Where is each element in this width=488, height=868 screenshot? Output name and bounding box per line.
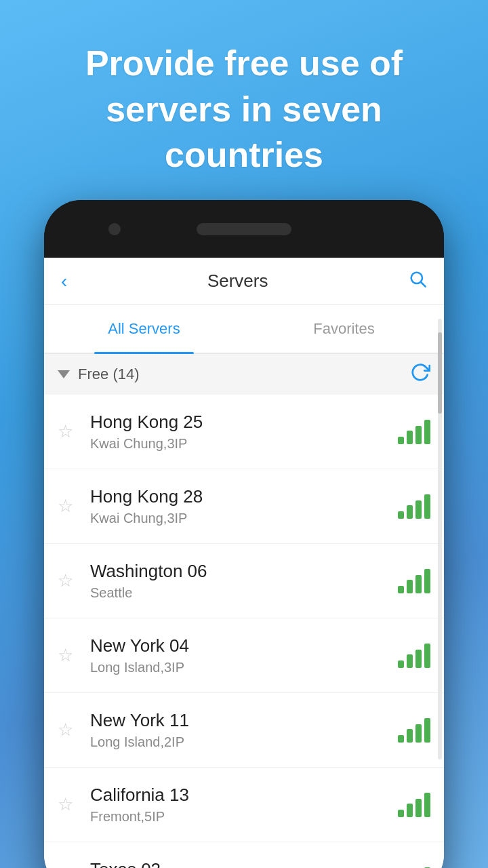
server-detail: Kwai Chung,3IP bbox=[90, 436, 386, 452]
list-item[interactable]: ☆ Hong Kong 25 Kwai Chung,3IP bbox=[44, 395, 444, 469]
list-item[interactable]: ☆ New York 11 Long Island,2IP bbox=[44, 693, 444, 768]
phone-camera bbox=[108, 223, 121, 235]
server-name: Hong Kong 28 bbox=[90, 486, 386, 507]
hero-heading: Provide free use of servers in seven cou… bbox=[0, 41, 488, 178]
server-name: Texas 02 bbox=[90, 859, 386, 868]
star-icon[interactable]: ☆ bbox=[58, 570, 78, 591]
server-detail: Long Island,2IP bbox=[90, 734, 386, 750]
phone-screen: ‹ Servers All Servers Favorites bbox=[44, 258, 444, 868]
server-name: California 13 bbox=[90, 785, 386, 806]
phone-speaker bbox=[197, 223, 291, 235]
chevron-down-icon[interactable] bbox=[58, 370, 70, 378]
section-title-row: Free (14) bbox=[58, 366, 140, 383]
svg-line-1 bbox=[421, 282, 425, 286]
server-info: California 13 Fremont,5IP bbox=[90, 785, 386, 825]
page-title: Servers bbox=[207, 271, 268, 292]
server-name: New York 11 bbox=[90, 710, 386, 731]
scrollbar-thumb[interactable] bbox=[438, 332, 442, 414]
star-icon[interactable]: ☆ bbox=[58, 645, 78, 666]
server-detail: Fremont,5IP bbox=[90, 809, 386, 825]
list-item[interactable]: ☆ Hong Kong 28 Kwai Chung,3IP bbox=[44, 469, 444, 544]
server-detail: Seattle bbox=[90, 585, 386, 601]
star-icon[interactable]: ☆ bbox=[58, 719, 78, 741]
app-header: ‹ Servers bbox=[44, 258, 444, 305]
signal-icon bbox=[398, 494, 430, 519]
tab-all-servers[interactable]: All Servers bbox=[44, 305, 244, 353]
tab-bar: All Servers Favorites bbox=[44, 305, 444, 354]
signal-icon bbox=[398, 793, 430, 817]
star-icon[interactable]: ☆ bbox=[58, 421, 78, 442]
section-header: Free (14) bbox=[44, 354, 444, 395]
list-item[interactable]: ☆ New York 04 Long Island,3IP bbox=[44, 618, 444, 693]
server-info: New York 11 Long Island,2IP bbox=[90, 710, 386, 750]
tab-favorites[interactable]: Favorites bbox=[244, 305, 444, 353]
signal-icon bbox=[398, 569, 430, 593]
server-name: Washington 06 bbox=[90, 561, 386, 582]
phone-top-bar bbox=[44, 200, 444, 258]
list-item[interactable]: ☆ California 13 Fremont,5IP bbox=[44, 768, 444, 842]
list-item[interactable]: ☆ Washington 06 Seattle bbox=[44, 544, 444, 618]
server-detail: Long Island,3IP bbox=[90, 660, 386, 675]
server-info: Hong Kong 28 Kwai Chung,3IP bbox=[90, 486, 386, 526]
server-detail: Kwai Chung,3IP bbox=[90, 511, 386, 526]
refresh-button[interactable] bbox=[410, 362, 430, 387]
search-button[interactable] bbox=[408, 269, 427, 293]
server-info: New York 04 Long Island,3IP bbox=[90, 635, 386, 675]
server-info: Washington 06 Seattle bbox=[90, 561, 386, 601]
signal-icon bbox=[398, 644, 430, 668]
server-name: Hong Kong 25 bbox=[90, 412, 386, 433]
signal-icon bbox=[398, 420, 430, 444]
star-icon[interactable]: ☆ bbox=[58, 496, 78, 517]
phone-frame: ‹ Servers All Servers Favorites bbox=[44, 200, 444, 868]
star-icon[interactable]: ☆ bbox=[58, 794, 78, 815]
section-title: Free (14) bbox=[78, 366, 140, 383]
server-name: New York 04 bbox=[90, 635, 386, 656]
scrollbar-track bbox=[438, 319, 442, 760]
signal-icon bbox=[398, 718, 430, 743]
list-item[interactable]: ☆ Texas 02 Dallas bbox=[44, 842, 444, 868]
back-button[interactable]: ‹ bbox=[61, 271, 67, 292]
server-info: Texas 02 Dallas bbox=[90, 859, 386, 868]
server-list: ☆ Hong Kong 25 Kwai Chung,3IP ☆ Hong Kon… bbox=[44, 395, 444, 868]
server-info: Hong Kong 25 Kwai Chung,3IP bbox=[90, 412, 386, 452]
